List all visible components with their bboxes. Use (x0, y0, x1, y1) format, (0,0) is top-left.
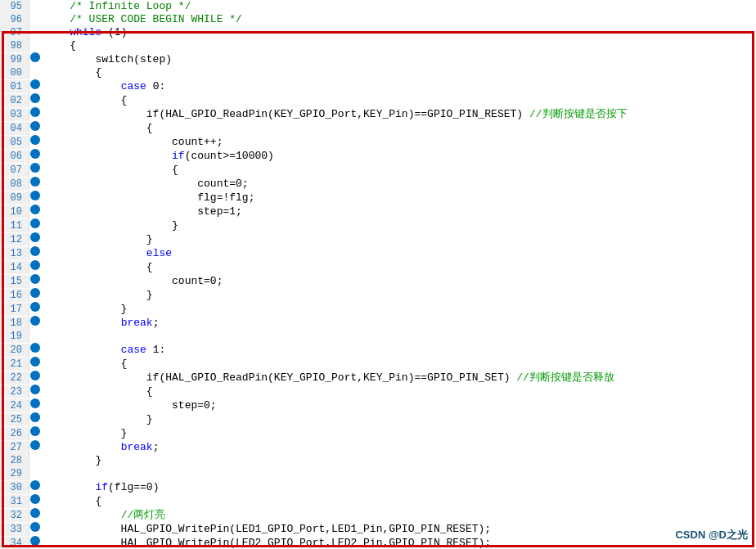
breakpoint-marker[interactable] (29, 508, 41, 522)
breakpoint-marker[interactable] (29, 93, 41, 107)
line-code: break; (41, 317, 159, 330)
line-number: 95 (0, 0, 29, 13)
line-code: //两灯亮 (41, 509, 165, 522)
code-line: 05 count++; (0, 135, 756, 149)
code-line: 99 switch(step) (0, 52, 756, 66)
line-number: 06 (0, 150, 29, 163)
code-lines: 95 /* Infinite Loop */96 /* USER CODE BE… (0, 0, 756, 549)
line-number: 11 (0, 219, 29, 232)
breakpoint-marker[interactable] (29, 149, 41, 163)
line-number: 27 (0, 441, 29, 454)
breakpoint-marker[interactable] (29, 274, 41, 288)
line-code: { (41, 39, 76, 52)
breakpoint-marker[interactable] (29, 288, 41, 302)
breakpoint-marker[interactable] (29, 440, 41, 454)
breakpoint-marker[interactable] (29, 412, 41, 426)
line-code: case 1: (41, 344, 165, 357)
breakpoint-marker[interactable] (29, 218, 41, 232)
code-line: 17 } (0, 302, 756, 316)
code-line: 03 if(HAL_GPIO_ReadPin(KEY_GPIO_Port,KEY… (0, 107, 756, 121)
line-number: 16 (0, 289, 29, 302)
line-code: HAL_GPIO_WritePin(LED1_GPIO_Port,LED1_Pi… (41, 523, 491, 536)
code-line: 07 { (0, 163, 756, 177)
code-line: 26 } (0, 426, 756, 440)
breakpoint-marker[interactable] (29, 135, 41, 149)
breakpoint-marker[interactable] (29, 52, 41, 66)
breakpoint-marker[interactable] (29, 494, 41, 508)
breakpoint-marker[interactable] (29, 536, 41, 549)
line-number: 02 (0, 94, 29, 107)
code-line: 29 (0, 467, 756, 480)
line-number: 05 (0, 136, 29, 149)
code-editor: 95 /* Infinite Loop */96 /* USER CODE BE… (0, 0, 756, 549)
breakpoint-marker[interactable] (29, 205, 41, 218)
line-code: } (41, 219, 178, 232)
breakpoint-marker[interactable] (29, 371, 41, 385)
breakpoint-marker[interactable] (29, 343, 41, 357)
line-code: count=0; (41, 275, 223, 288)
breakpoint-marker[interactable] (29, 177, 41, 191)
line-number: 22 (0, 371, 29, 385)
line-code: if(flg==0) (41, 481, 159, 494)
line-number: 33 (0, 523, 29, 536)
breakpoint-marker[interactable] (29, 480, 41, 494)
line-number: 15 (0, 275, 29, 288)
line-code: count++; (41, 136, 223, 149)
code-line: 95 /* Infinite Loop */ (0, 0, 756, 13)
line-number: 26 (0, 427, 29, 440)
code-line: 98 { (0, 39, 756, 52)
line-number: 18 (0, 317, 29, 330)
breakpoint-marker[interactable] (29, 426, 41, 440)
code-line: 13 else (0, 246, 756, 260)
breakpoint-marker[interactable] (29, 316, 41, 330)
breakpoint-marker[interactable] (29, 398, 41, 412)
line-number: 13 (0, 247, 29, 260)
code-line: 20 case 1: (0, 343, 756, 357)
code-line: 01 case 0: (0, 79, 756, 93)
code-line: 06 if(count>=10000) (0, 149, 756, 163)
line-number: 24 (0, 399, 29, 412)
breakpoint-marker[interactable] (29, 121, 41, 135)
line-code: { (41, 94, 127, 107)
code-line: 12 } (0, 232, 756, 246)
line-code: } (41, 303, 127, 316)
breakpoint-marker[interactable] (29, 107, 41, 121)
line-number: 21 (0, 358, 29, 371)
line-code: if(count>=10000) (41, 150, 274, 163)
code-line: 08 count=0; (0, 177, 756, 191)
code-line: 22 if(HAL_GPIO_ReadPin(KEY_GPIO_Port,KEY… (0, 371, 756, 385)
line-code: /* Infinite Loop */ (41, 0, 191, 13)
code-line: 21 { (0, 357, 756, 371)
breakpoint-marker[interactable] (29, 191, 41, 205)
breakpoint-marker[interactable] (29, 246, 41, 260)
code-line: 18 break; (0, 316, 756, 330)
line-number: 10 (0, 205, 29, 218)
breakpoint-marker[interactable] (29, 260, 41, 274)
code-line: 27 break; (0, 440, 756, 454)
code-line: 04 { (0, 121, 756, 135)
breakpoint-marker[interactable] (29, 163, 41, 177)
line-number: 98 (0, 39, 29, 52)
line-code: switch(step) (41, 53, 172, 66)
breakpoint-marker[interactable] (29, 522, 41, 536)
breakpoint-marker[interactable] (29, 302, 41, 316)
breakpoint-marker[interactable] (29, 79, 41, 93)
code-line: 00 { (0, 66, 756, 79)
line-number: 25 (0, 413, 29, 426)
code-line: 28 } (0, 454, 756, 467)
breakpoint-marker[interactable] (29, 357, 41, 371)
line-code: else (41, 247, 172, 260)
breakpoint-marker[interactable] (29, 385, 41, 398)
line-number: 23 (0, 385, 29, 398)
line-number: 00 (0, 66, 29, 79)
code-line: 09 flg=!flg; (0, 191, 756, 205)
line-number: 97 (0, 26, 29, 39)
line-code: while (1) (41, 26, 127, 39)
breakpoint-marker[interactable] (29, 232, 41, 246)
code-line: 02 { (0, 93, 756, 107)
line-code: { (41, 261, 153, 274)
code-line: 97 while (1) (0, 26, 756, 39)
line-number: 32 (0, 509, 29, 522)
code-line: 31 { (0, 494, 756, 508)
line-code: flg=!flg; (41, 191, 254, 205)
